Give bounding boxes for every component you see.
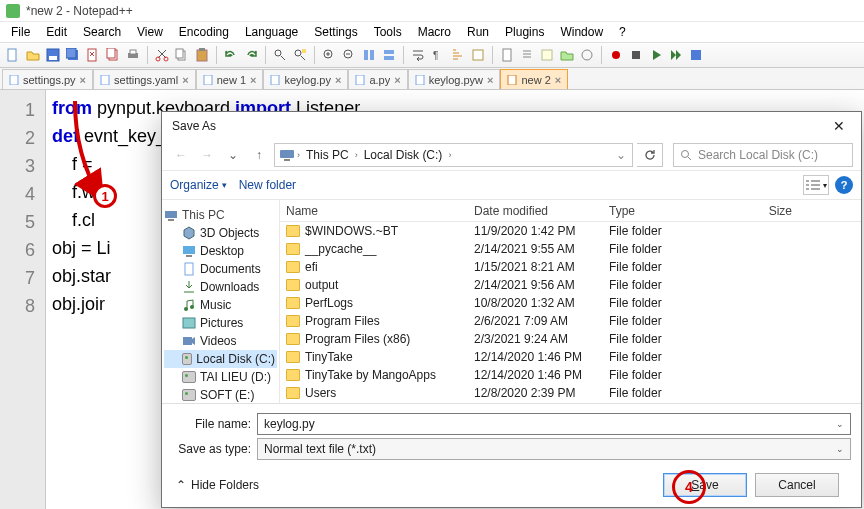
breadcrumb-dropdown-icon[interactable]: ⌄ [616, 148, 632, 162]
print-icon[interactable] [124, 46, 142, 64]
recent-locations-button[interactable]: ⌄ [222, 144, 244, 166]
tab-new2[interactable]: new 2× [500, 69, 568, 89]
tree-3d-objects[interactable]: 3D Objects [164, 224, 277, 242]
menu-tools[interactable]: Tools [367, 23, 409, 41]
indent-guide-icon[interactable] [449, 46, 467, 64]
tab-a-py[interactable]: a.py× [348, 69, 407, 89]
up-button[interactable]: ↑ [248, 144, 270, 166]
close-all-icon[interactable] [104, 46, 122, 64]
tree-soft-e[interactable]: SOFT (E:) [164, 386, 277, 403]
save-button[interactable]: Save [663, 473, 747, 497]
tree-desktop[interactable]: Desktop [164, 242, 277, 260]
menu-macro[interactable]: Macro [411, 23, 458, 41]
wordwrap-icon[interactable] [409, 46, 427, 64]
close-icon[interactable]: × [555, 74, 561, 86]
table-row[interactable]: TinyTake12/14/2020 1:46 PMFile folder [280, 348, 861, 366]
tab-keylog-pyw[interactable]: keylog.pyw× [408, 69, 501, 89]
sync-hscroll-icon[interactable] [380, 46, 398, 64]
redo-icon[interactable] [242, 46, 260, 64]
file-rows[interactable]: $WINDOWS.~BT11/9/2020 1:42 PMFile folder… [280, 222, 861, 403]
col-type[interactable]: Type [603, 204, 708, 218]
organize-button[interactable]: Organize ▾ [170, 178, 227, 192]
menu-language[interactable]: Language [238, 23, 305, 41]
save-icon[interactable] [44, 46, 62, 64]
table-row[interactable]: output2/14/2021 9:56 AMFile folder [280, 276, 861, 294]
menu-view[interactable]: View [130, 23, 170, 41]
breadcrumb-path[interactable]: Local Disk (C:) [360, 146, 447, 164]
refresh-button[interactable] [637, 143, 663, 167]
menu-window[interactable]: Window [553, 23, 610, 41]
tree-local-disk-c[interactable]: Local Disk (C:) [164, 350, 277, 368]
table-row[interactable]: efi1/15/2021 8:21 AMFile folder [280, 258, 861, 276]
find-icon[interactable] [271, 46, 289, 64]
zoom-out-icon[interactable] [340, 46, 358, 64]
table-row[interactable]: PerfLogs10/8/2020 1:32 AMFile folder [280, 294, 861, 312]
col-date[interactable]: Date modified [468, 204, 603, 218]
chevron-down-icon[interactable]: ⌄ [836, 444, 844, 454]
forward-button[interactable]: → [196, 144, 218, 166]
monitoring-icon[interactable] [578, 46, 596, 64]
menu-search[interactable]: Search [76, 23, 128, 41]
filename-input[interactable]: keylog.py⌄ [257, 413, 851, 435]
col-name[interactable]: Name [280, 204, 468, 218]
open-file-icon[interactable] [24, 46, 42, 64]
save-all-icon[interactable] [64, 46, 82, 64]
undo-icon[interactable] [222, 46, 240, 64]
save-macro-icon[interactable] [687, 46, 705, 64]
table-row[interactable]: __pycache__2/14/2021 9:55 AMFile folder [280, 240, 861, 258]
col-size[interactable]: Size [708, 204, 798, 218]
tree-tai-lieu-d[interactable]: TAI LIEU (D:) [164, 368, 277, 386]
stop-icon[interactable] [627, 46, 645, 64]
tab-new1[interactable]: new 1× [196, 69, 264, 89]
doc-map-icon[interactable] [498, 46, 516, 64]
new-file-icon[interactable] [4, 46, 22, 64]
table-row[interactable]: $WINDOWS.~BT11/9/2020 1:42 PMFile folder [280, 222, 861, 240]
function-list-icon[interactable] [538, 46, 556, 64]
save-type-dropdown[interactable]: Normal text file (*.txt)⌄ [257, 438, 851, 460]
replace-icon[interactable] [291, 46, 309, 64]
close-button[interactable]: ✕ [817, 112, 861, 140]
tree-documents[interactable]: Documents [164, 260, 277, 278]
tab-keylog-py[interactable]: keylog.py× [263, 69, 348, 89]
table-row[interactable]: Program Files (x86)2/3/2021 9:24 AMFile … [280, 330, 861, 348]
column-headers[interactable]: Name Date modified Type Size [280, 200, 861, 222]
doc-list-icon[interactable] [518, 46, 536, 64]
close-icon[interactable]: × [394, 74, 400, 86]
tree-videos[interactable]: Videos [164, 332, 277, 350]
menu-edit[interactable]: Edit [39, 23, 74, 41]
table-row[interactable]: Users12/8/2020 2:39 PMFile folder [280, 384, 861, 402]
menu-run[interactable]: Run [460, 23, 496, 41]
tree-pictures[interactable]: Pictures [164, 314, 277, 332]
play-icon[interactable] [647, 46, 665, 64]
zoom-in-icon[interactable] [320, 46, 338, 64]
close-icon[interactable]: × [335, 74, 341, 86]
breadcrumb[interactable]: › This PC › Local Disk (C:) › ⌄ [274, 143, 633, 167]
tab-settings-py[interactable]: settings.py× [2, 69, 93, 89]
play-multi-icon[interactable] [667, 46, 685, 64]
cancel-button[interactable]: Cancel [755, 473, 839, 497]
sync-vscroll-icon[interactable] [360, 46, 378, 64]
menu-encoding[interactable]: Encoding [172, 23, 236, 41]
menu-plugins[interactable]: Plugins [498, 23, 551, 41]
tab-settings-yaml[interactable]: settings.yaml× [93, 69, 196, 89]
tree-this-pc[interactable]: This PC [164, 206, 277, 224]
show-all-chars-icon[interactable]: ¶ [429, 46, 447, 64]
record-icon[interactable] [607, 46, 625, 64]
close-icon[interactable]: × [182, 74, 188, 86]
close-icon[interactable]: × [80, 74, 86, 86]
menu-settings[interactable]: Settings [307, 23, 364, 41]
menu-help[interactable]: ? [612, 23, 633, 41]
help-button[interactable]: ? [835, 176, 853, 194]
chevron-down-icon[interactable]: ⌄ [836, 419, 844, 429]
tree-downloads[interactable]: Downloads [164, 278, 277, 296]
nav-tree[interactable]: This PC 3D Objects Desktop Documents Dow… [162, 200, 280, 403]
tree-music[interactable]: Music [164, 296, 277, 314]
user-lang-icon[interactable] [469, 46, 487, 64]
menu-file[interactable]: File [4, 23, 37, 41]
close-icon[interactable]: × [250, 74, 256, 86]
back-button[interactable]: ← [170, 144, 192, 166]
close-file-icon[interactable] [84, 46, 102, 64]
cut-icon[interactable] [153, 46, 171, 64]
copy-icon[interactable] [173, 46, 191, 64]
close-icon[interactable]: × [487, 74, 493, 86]
